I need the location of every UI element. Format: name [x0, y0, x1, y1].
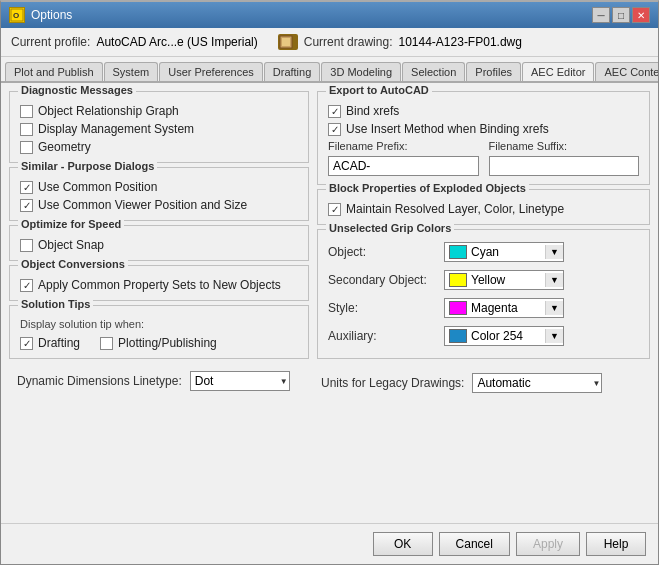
unselected-grip-colors-title: Unselected Grip Colors	[326, 222, 454, 234]
bottom-bar: OK Cancel Apply Help	[1, 523, 658, 564]
drafting-row: Drafting	[20, 336, 80, 350]
diagnostic-messages-title: Diagnostic Messages	[18, 84, 136, 96]
object-conversions-content: Apply Common Property Sets to New Object…	[20, 278, 298, 292]
plotting-publishing-checkbox[interactable]	[100, 337, 113, 350]
grip-style-color-label: Magenta	[471, 301, 518, 315]
tab-drafting[interactable]: Drafting	[264, 62, 321, 81]
display-management-system-row: Display Management System	[20, 122, 298, 136]
filename-prefix-input[interactable]	[328, 156, 479, 176]
grip-object-swatch-container: Cyan	[445, 243, 545, 261]
content-area: Diagnostic Messages Object Relationship …	[1, 83, 658, 523]
grip-object-color-swatch	[449, 245, 467, 259]
dynamic-dimensions-select[interactable]: Dot Dash DashDot Solid	[190, 371, 290, 391]
export-to-autocad-title: Export to AutoCAD	[326, 84, 432, 96]
tab-plot-and-publish[interactable]: Plot and Publish	[5, 62, 103, 81]
tab-profiles[interactable]: Profiles	[466, 62, 521, 81]
drafting-label: Drafting	[38, 336, 80, 350]
options-dialog: O Options ─ □ ✕ Current profile: AutoCAD…	[0, 0, 659, 565]
svg-text:O: O	[13, 11, 19, 20]
tab-selection[interactable]: Selection	[402, 62, 465, 81]
grip-auxiliary-color-swatch	[449, 329, 467, 343]
optimize-for-speed-title: Optimize for Speed	[18, 218, 124, 230]
bind-xrefs-row: Bind xrefs	[328, 104, 639, 118]
solution-tips-section: Solution Tips Display solution tip when:…	[9, 305, 309, 359]
grip-secondary-row: Secondary Object: Yellow ▼	[328, 270, 639, 290]
grip-secondary-color-swatch	[449, 273, 467, 287]
bind-xrefs-checkbox[interactable]	[328, 105, 341, 118]
grip-style-color-dropdown[interactable]: Magenta ▼	[444, 298, 564, 318]
use-common-position-checkbox[interactable]	[20, 181, 33, 194]
plotting-publishing-label: Plotting/Publishing	[118, 336, 217, 350]
object-conversions-section: Object Conversions Apply Common Property…	[9, 265, 309, 301]
solution-tips-row: Drafting Plotting/Publishing	[20, 336, 298, 350]
grip-secondary-color-dropdown[interactable]: Yellow ▼	[444, 270, 564, 290]
use-common-viewer-position-label: Use Common Viewer Position and Size	[38, 198, 247, 212]
grip-auxiliary-row: Auxiliary: Color 254 ▼	[328, 326, 639, 346]
use-common-viewer-position-checkbox[interactable]	[20, 199, 33, 212]
left-panel: Diagnostic Messages Object Relationship …	[9, 91, 309, 515]
drafting-checkbox[interactable]	[20, 337, 33, 350]
geometry-label: Geometry	[38, 140, 91, 154]
current-profile-value: AutoCAD Arc...e (US Imperial)	[96, 35, 257, 49]
help-button[interactable]: Help	[586, 532, 646, 556]
filename-row: Filename Prefix: Filename Suffix:	[328, 140, 639, 176]
current-profile: Current profile: AutoCAD Arc...e (US Imp…	[11, 35, 258, 49]
diagnostic-messages-section: Diagnostic Messages Object Relationship …	[9, 91, 309, 163]
use-insert-method-checkbox[interactable]	[328, 123, 341, 136]
geometry-checkbox[interactable]	[20, 141, 33, 154]
object-relationship-graph-row: Object Relationship Graph	[20, 104, 298, 118]
right-panel: Export to AutoCAD Bind xrefs Use Insert …	[317, 91, 650, 515]
grip-object-color-dropdown[interactable]: Cyan ▼	[444, 242, 564, 262]
title-bar-left: O Options	[9, 7, 72, 23]
close-button[interactable]: ✕	[632, 7, 650, 23]
current-drawing-label: Current drawing:	[304, 35, 393, 49]
units-for-legacy-select-wrapper: Automatic Imperial Metric ▼	[472, 373, 602, 393]
maximize-button[interactable]: □	[612, 7, 630, 23]
object-relationship-graph-checkbox[interactable]	[20, 105, 33, 118]
use-insert-method-label: Use Insert Method when Binding xrefs	[346, 122, 549, 136]
tab-user-preferences[interactable]: User Preferences	[159, 62, 263, 81]
grip-auxiliary-dropdown-arrow-icon: ▼	[545, 329, 563, 343]
grip-object-color-label: Cyan	[471, 245, 499, 259]
title-bar: O Options ─ □ ✕	[1, 2, 658, 28]
grip-object-dropdown-arrow-icon: ▼	[545, 245, 563, 259]
maintain-resolved-layer-label: Maintain Resolved Layer, Color, Linetype	[346, 202, 564, 216]
grip-style-label: Style:	[328, 301, 438, 315]
plotting-publishing-row: Plotting/Publishing	[100, 336, 217, 350]
title-controls: ─ □ ✕	[592, 7, 650, 23]
apply-button[interactable]: Apply	[516, 532, 580, 556]
tab-aec-content[interactable]: AEC Content	[595, 62, 658, 81]
grip-auxiliary-color-dropdown[interactable]: Color 254 ▼	[444, 326, 564, 346]
filename-suffix-input[interactable]	[489, 156, 640, 176]
similar-purpose-dialogs-section: Similar - Purpose Dialogs Use Common Pos…	[9, 167, 309, 221]
filename-suffix-label: Filename Suffix:	[489, 140, 640, 152]
tab-aec-editor[interactable]: AEC Editor	[522, 62, 594, 83]
filename-prefix-label: Filename Prefix:	[328, 140, 479, 152]
diagnostic-messages-content: Object Relationship Graph Display Manage…	[20, 104, 298, 154]
drawing-icon	[278, 34, 298, 50]
tab-3d-modeling[interactable]: 3D Modeling	[321, 62, 401, 81]
cancel-button[interactable]: Cancel	[439, 532, 510, 556]
units-for-legacy-row: Units for Legacy Drawings: Automatic Imp…	[317, 367, 650, 393]
use-insert-method-row: Use Insert Method when Binding xrefs	[328, 122, 639, 136]
units-for-legacy-select[interactable]: Automatic Imperial Metric	[472, 373, 602, 393]
unselected-grip-colors-content: Object: Cyan ▼ Secondary Object:	[328, 242, 639, 350]
object-snap-row: Object Snap	[20, 238, 298, 252]
block-properties-section: Block Properties of Exploded Objects Mai…	[317, 189, 650, 225]
solution-tips-title: Solution Tips	[18, 298, 93, 310]
app-icon: O	[9, 7, 25, 23]
tab-system[interactable]: System	[104, 62, 159, 81]
use-common-viewer-position-row: Use Common Viewer Position and Size	[20, 198, 298, 212]
minimize-button[interactable]: ─	[592, 7, 610, 23]
display-management-system-checkbox[interactable]	[20, 123, 33, 136]
object-snap-checkbox[interactable]	[20, 239, 33, 252]
grip-object-label: Object:	[328, 245, 438, 259]
optimize-for-speed-section: Optimize for Speed Object Snap	[9, 225, 309, 261]
use-common-position-label: Use Common Position	[38, 180, 157, 194]
apply-common-property-sets-checkbox[interactable]	[20, 279, 33, 292]
grip-object-row: Object: Cyan ▼	[328, 242, 639, 262]
profile-bar: Current profile: AutoCAD Arc...e (US Imp…	[1, 28, 658, 57]
maintain-resolved-layer-checkbox[interactable]	[328, 203, 341, 216]
grip-secondary-dropdown-arrow-icon: ▼	[545, 273, 563, 287]
ok-button[interactable]: OK	[373, 532, 433, 556]
